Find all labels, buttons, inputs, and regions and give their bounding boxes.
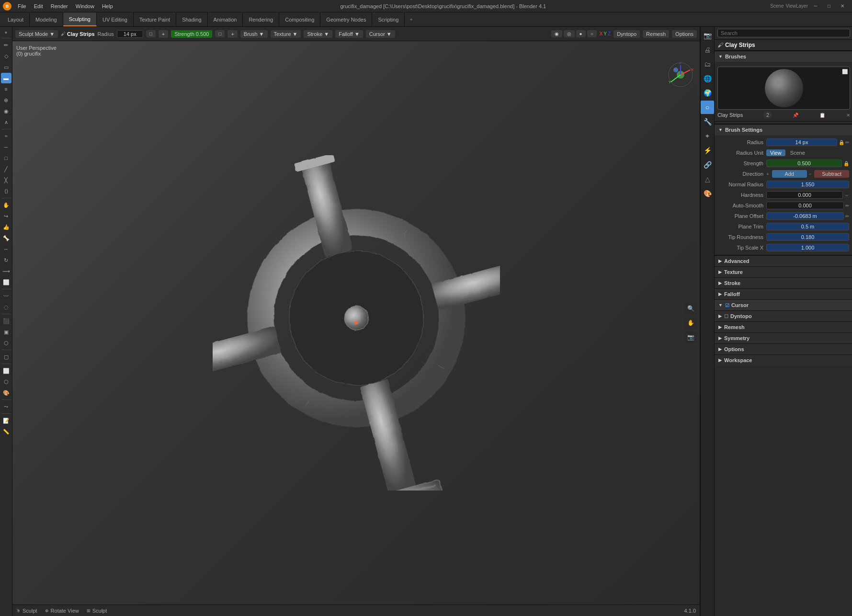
radius-field[interactable]: 14 px: [117, 30, 143, 38]
tip-roundness-prop-field[interactable]: 0.180: [766, 233, 849, 241]
tab-layout[interactable]: Layout: [2, 12, 30, 26]
object-props-icon[interactable]: ○: [701, 101, 714, 114]
normal-radius-prop-field[interactable]: 1.550: [766, 181, 849, 188]
mode-icon[interactable]: ▼: [1, 29, 11, 36]
radius-prop-field[interactable]: 14 px: [766, 138, 837, 146]
tab-compositing[interactable]: Compositing: [279, 12, 320, 26]
tool-layer[interactable]: ≡: [1, 84, 11, 94]
stroke-section-header[interactable]: ▶ Stroke: [715, 277, 852, 288]
tab-scripting[interactable]: Scripting: [372, 12, 405, 26]
tool-box-mask[interactable]: ▣: [1, 327, 11, 337]
scene-unit-btn[interactable]: Scene: [786, 149, 809, 156]
texture-section-header[interactable]: ▶ Texture: [715, 266, 852, 277]
tool-mask-draw[interactable]: ⬛: [1, 316, 11, 326]
auto-smooth-pen-icon[interactable]: ✏: [845, 203, 849, 208]
cursor-dropdown[interactable]: Cursor ▼: [366, 30, 395, 38]
strength-icon-btn[interactable]: □: [215, 30, 225, 37]
tool-multi-scrape[interactable]: ╳: [1, 175, 11, 185]
auto-smooth-prop-field[interactable]: 0.000: [766, 202, 844, 209]
pan-btn[interactable]: ✋: [684, 317, 697, 329]
tool-slide-relax[interactable]: ⟿: [1, 266, 11, 276]
view-layer-props-icon[interactable]: 🗂: [701, 57, 714, 71]
plane-offset-pen-icon[interactable]: ✏: [845, 214, 849, 219]
remesh-btn[interactable]: Remesh: [643, 30, 669, 38]
brush-settings-section-header[interactable]: ▼ Brush Settings: [715, 124, 852, 135]
brushes-section-header[interactable]: ▼ Brushes: [715, 51, 852, 62]
falloff-section-header[interactable]: ▶ Falloff: [715, 288, 852, 299]
strength-lock-icon[interactable]: 🔒: [843, 161, 849, 166]
viewport-shading-4[interactable]: ○: [587, 30, 597, 37]
tip-scale-x-prop-field[interactable]: 1.000: [766, 244, 849, 251]
dyntopo-section-header[interactable]: ▶ ☐ Dyntopo: [715, 310, 852, 321]
viewport[interactable]: User Perspective (0) grucifix: [12, 41, 700, 605]
tool-clay-strips[interactable]: ▬: [1, 73, 11, 83]
tab-geometry-nodes[interactable]: Geometry Nodes: [320, 12, 372, 26]
close-button[interactable]: ✕: [836, 0, 849, 12]
plane-trim-prop-field[interactable]: 0.5 m: [766, 223, 849, 230]
strength-field[interactable]: Strength 0.500: [171, 30, 212, 38]
symmetry-section-header[interactable]: ▶ Symmetry: [715, 332, 852, 343]
mode-dropdown[interactable]: Sculpt Mode ▼: [15, 30, 58, 38]
tool-simplify[interactable]: ◌: [1, 302, 11, 312]
tool-fill[interactable]: □: [1, 153, 11, 163]
add-direction-btn[interactable]: Add: [772, 170, 807, 178]
tab-modeling[interactable]: Modeling: [30, 12, 63, 26]
hardness-arrows-icon[interactable]: ↔: [844, 193, 849, 198]
zoom-camera-btn[interactable]: 📷: [684, 331, 697, 343]
menu-window[interactable]: Window: [72, 2, 98, 10]
radius-lock-icon[interactable]: 🔒: [839, 140, 844, 145]
scene-props-icon[interactable]: 🌐: [701, 72, 714, 85]
stroke-dropdown[interactable]: Stroke ▼: [304, 30, 332, 38]
texture-dropdown[interactable]: Texture ▼: [271, 30, 301, 38]
brush-copy-icon[interactable]: 📋: [819, 113, 825, 118]
maximize-button[interactable]: □: [822, 0, 836, 12]
modifier-props-icon[interactable]: 🔧: [701, 115, 714, 128]
tool-nudge[interactable]: ↔: [1, 244, 11, 254]
add-workspace-button[interactable]: ＋: [405, 12, 418, 26]
tool-measure[interactable]: 📏: [1, 426, 11, 437]
brush-search-input[interactable]: [717, 29, 850, 37]
physics-props-icon[interactable]: ⚡: [701, 144, 714, 157]
render-props-icon[interactable]: 📷: [701, 29, 714, 42]
tool-pose[interactable]: 🦴: [1, 233, 11, 243]
brush-dropdown[interactable]: Brush ▼: [240, 30, 268, 38]
tool-lasso-mask[interactable]: ⬡: [1, 338, 11, 348]
menu-help[interactable]: Help: [99, 2, 116, 10]
tool-scrape[interactable]: ╱: [1, 164, 11, 174]
tool-draw-sharp[interactable]: ◇: [1, 51, 11, 61]
dyntopo-btn[interactable]: Dyntopo: [613, 30, 640, 38]
view-unit-btn[interactable]: View: [766, 149, 785, 156]
advanced-section-header[interactable]: ▶ Advanced: [715, 255, 852, 266]
viewport-shading-2[interactable]: ◎: [564, 30, 575, 37]
tool-box-face-set[interactable]: ⬜: [1, 365, 11, 376]
brush-delete-icon[interactable]: ✕: [846, 113, 850, 118]
tool-crease[interactable]: ∧: [1, 117, 11, 127]
constraints-props-icon[interactable]: 🔗: [701, 158, 714, 171]
strength-prop-field[interactable]: 0.500: [766, 160, 842, 167]
tool-grab[interactable]: ✋: [1, 200, 11, 210]
tool-flatten[interactable]: ─: [1, 142, 11, 152]
hardness-prop-field[interactable]: 0.000: [766, 191, 843, 199]
tool-draw[interactable]: ✏: [1, 40, 11, 50]
tab-sculpting[interactable]: Sculpting: [63, 12, 97, 26]
cursor-checkbox[interactable]: ☑: [725, 303, 729, 308]
tool-inflate[interactable]: ⊕: [1, 95, 11, 105]
tool-blob[interactable]: ◉: [1, 106, 11, 116]
workspace-section-header[interactable]: ▶ Workspace: [715, 354, 852, 365]
menu-file[interactable]: File: [14, 2, 30, 10]
output-props-icon[interactable]: 🖨: [701, 43, 714, 57]
viewport-shading-3[interactable]: ●: [576, 30, 586, 37]
cursor-section-header[interactable]: ▼ ☑ Cursor: [715, 299, 852, 310]
menu-edit[interactable]: Edit: [31, 2, 46, 10]
tab-rendering[interactable]: Rendering: [243, 12, 279, 26]
orientation-gizmo[interactable]: X Y Z: [666, 60, 695, 89]
world-props-icon[interactable]: 🌍: [701, 86, 714, 100]
tool-snake-hook[interactable]: ↪: [1, 211, 11, 221]
remesh-section-header[interactable]: ▶ Remesh: [715, 321, 852, 332]
radius-pen-icon[interactable]: ✏: [845, 140, 849, 145]
tool-annotate[interactable]: 📝: [1, 415, 11, 426]
tool-box-hide[interactable]: ▢: [1, 352, 11, 362]
tool-lasso-face-set[interactable]: ⬡: [1, 376, 11, 387]
falloff-dropdown[interactable]: Falloff ▼: [335, 30, 363, 38]
viewport-shading-1[interactable]: ◉: [551, 30, 562, 37]
